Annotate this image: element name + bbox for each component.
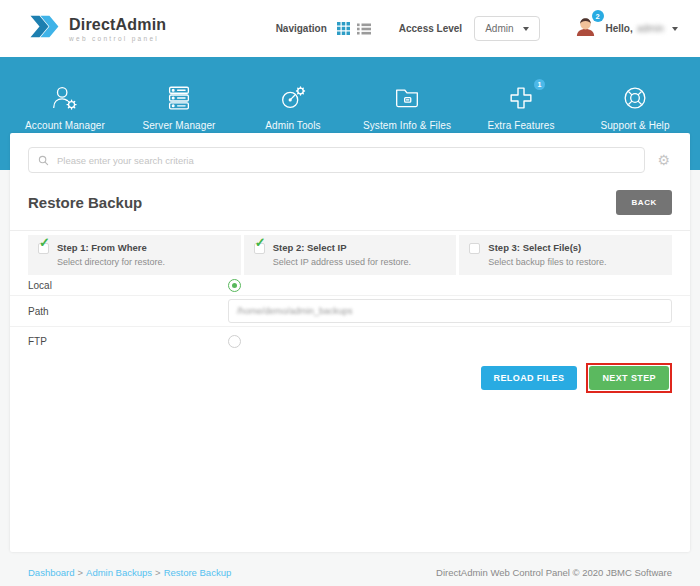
chevron-down-icon <box>523 27 529 31</box>
path-row: Path /home/demo/admin_backups <box>10 296 690 327</box>
breadcrumb-admin-backups[interactable]: Admin Backups <box>86 567 152 578</box>
breadcrumb-dashboard[interactable]: Dashboard <box>28 567 74 578</box>
search-row: ⚙ <box>10 133 690 185</box>
nav-item-server-manager[interactable]: Server Manager <box>123 83 235 131</box>
user-avatar[interactable]: 2 <box>574 15 597 42</box>
next-step-button[interactable]: NEXT STEP <box>589 366 669 390</box>
step-3-checkbox[interactable] <box>469 243 480 254</box>
navigation-label: Navigation <box>276 23 327 34</box>
main-panel: ⚙ Restore Backup BACK ✓ Step 1: From Whe… <box>10 133 690 552</box>
breadcrumb-separator: > <box>77 567 83 578</box>
breadcrumb-separator: > <box>155 567 161 578</box>
chevron-down-icon <box>672 27 678 31</box>
access-level-value: Admin <box>485 23 513 34</box>
step-2-checkbox[interactable] <box>254 243 265 254</box>
step-1-from-where[interactable]: ✓ Step 1: From Where Select directory fo… <box>28 235 241 275</box>
ftp-row: FTP <box>10 327 690 356</box>
step-title: Step 3: Select File(s) <box>488 242 581 254</box>
nav-label: Admin Tools <box>265 120 320 131</box>
search-box <box>28 147 645 173</box>
logo-title: DirectAdmin <box>69 16 166 34</box>
page-title: Restore Backup <box>28 194 142 211</box>
user-menu[interactable]: Hello, admin <box>606 23 678 34</box>
local-radio[interactable] <box>228 279 241 292</box>
grid-view-icon[interactable] <box>337 22 350 35</box>
account-manager-icon <box>50 83 80 113</box>
page-title-row: Restore Backup BACK <box>10 185 690 231</box>
footer: Dashboard>Admin Backups>Restore Backup D… <box>0 567 700 578</box>
step-1-checkbox[interactable] <box>38 243 49 254</box>
step-title: Step 2: Select IP <box>273 242 347 254</box>
search-input[interactable] <box>57 155 635 166</box>
nav-item-extra-features[interactable]: 1 Extra Features <box>465 83 577 131</box>
nav-label: Support & Help <box>600 120 669 131</box>
directadmin-chevrons-icon <box>28 13 60 44</box>
step-subtitle: Select backup files to restore. <box>488 257 662 267</box>
notification-badge: 2 <box>592 10 604 22</box>
logo-subtitle: web control panel <box>69 35 166 42</box>
nav-label: Account Manager <box>25 120 105 131</box>
breadcrumb-restore-backup[interactable]: Restore Backup <box>164 567 232 578</box>
extra-features-badge: 1 <box>534 79 545 90</box>
list-view-icon[interactable] <box>357 23 371 35</box>
action-buttons-row: RELOAD FILES NEXT STEP <box>10 363 690 393</box>
reload-files-button[interactable]: RELOAD FILES <box>481 366 578 390</box>
extra-features-icon: 1 <box>506 83 536 113</box>
nav-item-account-manager[interactable]: Account Manager <box>9 83 121 131</box>
step-subtitle: Select IP address used for restore. <box>273 257 447 267</box>
search-icon <box>38 155 49 166</box>
nav-label: Server Manager <box>142 120 215 131</box>
support-help-icon <box>620 83 650 113</box>
access-level-dropdown[interactable]: Admin <box>474 16 539 41</box>
nav-item-admin-tools[interactable]: Admin Tools <box>237 83 349 131</box>
step-3-select-files[interactable]: Step 3: Select File(s) Select backup fil… <box>459 235 672 275</box>
wizard-steps: ✓ Step 1: From Where Select directory fo… <box>28 235 672 275</box>
path-value-blurred: /home/demo/admin_backups <box>237 306 353 316</box>
server-manager-icon <box>164 83 194 113</box>
admin-tools-icon <box>278 83 308 113</box>
copyright-text: DirectAdmin Web Control Panel © 2020 JBM… <box>436 567 672 578</box>
local-label: Local <box>28 280 228 291</box>
path-input[interactable]: /home/demo/admin_backups <box>228 299 672 323</box>
click-target-annotation: NEXT STEP <box>586 363 672 393</box>
nav-label: Extra Features <box>488 120 555 131</box>
back-button[interactable]: BACK <box>616 190 672 215</box>
step-title: Step 1: From Where <box>57 242 147 254</box>
nav-label: System Info & Files <box>363 120 451 131</box>
search-settings-gear-icon[interactable]: ⚙ <box>655 153 672 167</box>
top-header: DirectAdmin web control panel Navigation… <box>0 0 700 57</box>
username-blurred: admin <box>637 23 664 34</box>
directadmin-logo[interactable]: DirectAdmin web control panel <box>28 13 166 44</box>
nav-item-system-info-files[interactable]: System Info & Files <box>351 83 463 131</box>
access-level-label: Access Level <box>399 23 462 34</box>
breadcrumb: Dashboard>Admin Backups>Restore Backup <box>28 567 231 578</box>
ftp-radio[interactable] <box>228 335 241 348</box>
greeting-label: Hello, <box>606 23 633 34</box>
system-info-files-icon <box>392 83 422 113</box>
ftp-label: FTP <box>28 336 228 347</box>
local-row: Local <box>10 275 690 296</box>
path-label: Path <box>28 306 228 317</box>
step-2-select-ip[interactable]: ✓ Step 2: Select IP Select IP address us… <box>244 235 457 275</box>
step-subtitle: Select directory for restore. <box>57 257 231 267</box>
restore-form: Local Path /home/demo/admin_backups FTP <box>10 275 690 356</box>
nav-item-support-help[interactable]: Support & Help <box>579 83 691 131</box>
